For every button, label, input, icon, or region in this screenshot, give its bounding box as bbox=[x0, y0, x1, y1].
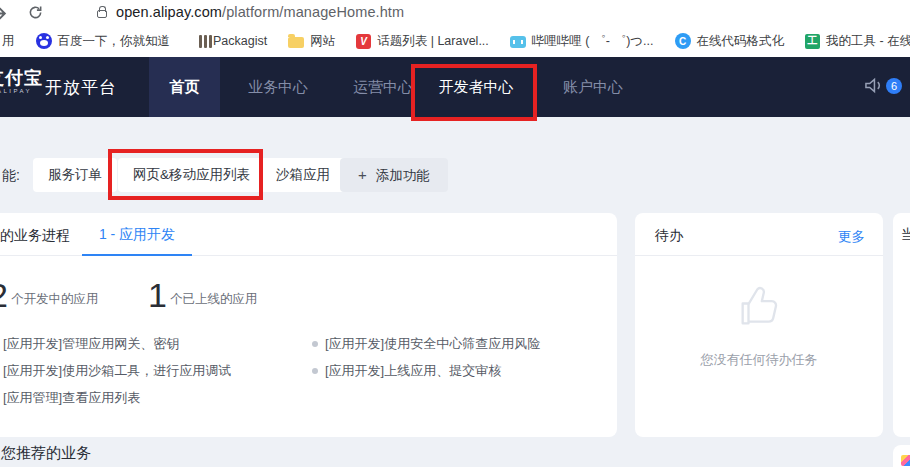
url-domain: open.alipay.com bbox=[116, 4, 222, 20]
todo-title: 待办 bbox=[655, 227, 683, 245]
stat-online-number: 1 bbox=[148, 277, 167, 313]
task-item: [应用开发]管理应用网关、密钥 bbox=[3, 335, 179, 353]
bookmark-packagist[interactable]: Packagist bbox=[191, 33, 267, 49]
stat-developing-label: 个开发中的应用 bbox=[11, 291, 99, 308]
right-card-title-fragment: 当 bbox=[901, 226, 910, 244]
nav-item-operation-center[interactable]: 运营中心 bbox=[333, 57, 433, 117]
announcement-speaker-icon[interactable] bbox=[864, 77, 883, 98]
screen: open.alipay.com/platform/manageHome.htm … bbox=[0, 0, 910, 467]
add-function-button[interactable]: +添加功能 bbox=[340, 158, 448, 192]
top-navbar: 支付宝 ALIPAY 开放平台 首页 业务中心 运营中心 开发者中心 账户中心 … bbox=[0, 57, 910, 117]
business-progress-card: 的业务进程 1 - 应用开发 2 个开发中的应用 1 个已上线的应用 [应用开发… bbox=[0, 213, 617, 437]
reload-icon[interactable] bbox=[28, 5, 43, 24]
quickbar-label-fragment: 能: bbox=[2, 167, 20, 185]
browser-chrome: open.alipay.com/platform/manageHome.htm … bbox=[0, 0, 910, 57]
task-item: [应用开发]上线应用、提交审核 bbox=[312, 362, 501, 380]
bookmark-website-folder[interactable]: 网站 bbox=[288, 33, 335, 50]
packagist-icon bbox=[191, 33, 207, 49]
address-bar[interactable]: open.alipay.com/platform/manageHome.htm bbox=[0, 0, 910, 27]
task-item: [应用开发]使用安全中心筛查应用风险 bbox=[312, 335, 540, 353]
bullet-dot-icon bbox=[312, 341, 318, 347]
lock-icon[interactable] bbox=[97, 10, 107, 18]
alipay-logo-cn: 支付宝 bbox=[0, 68, 43, 88]
todo-card-header: 待办 更多 bbox=[635, 213, 883, 256]
stat-online-label: 个已上线的应用 bbox=[170, 291, 258, 308]
bookmark-laravel-topics[interactable]: V话题列表 | Laravel... bbox=[356, 33, 489, 50]
bookmark-my-tools[interactable]: 工我的工具 - 在线工具 bbox=[805, 33, 910, 50]
bullet-dot-icon bbox=[312, 368, 318, 374]
bookmark-baidu[interactable]: 百度一下，你就知道 bbox=[36, 33, 171, 50]
bookmark-partial[interactable]: 用 bbox=[2, 33, 15, 50]
code-format-icon: C bbox=[675, 33, 691, 49]
alipay-logo-en: ALIPAY bbox=[0, 88, 43, 95]
learnku-icon: V bbox=[356, 34, 371, 49]
right-card-fragment: 当 bbox=[893, 213, 910, 437]
bookmark-bilibili[interactable]: 哔哩哔哩 ( ゜- ゜)つ... bbox=[510, 33, 654, 50]
nav-item-account-center[interactable]: 账户中心 bbox=[543, 57, 643, 117]
bookmark-code-format[interactable]: C在线代码格式化 bbox=[675, 33, 785, 50]
plus-icon: + bbox=[358, 166, 367, 183]
todo-empty-text: 您没有任何待办任务 bbox=[635, 351, 883, 369]
progress-card-title-fragment: 的业务进程 bbox=[0, 227, 70, 245]
stat-developing-number: 2 bbox=[0, 277, 8, 313]
todo-card: 待办 更多 您没有任何待办任务 bbox=[635, 213, 883, 437]
tools-icon: 工 bbox=[805, 34, 820, 49]
task-item: [应用开发]使用沙箱工具，进行应用调试 bbox=[3, 362, 231, 380]
task-item: [应用管理]查看应用列表 bbox=[3, 389, 140, 407]
recommended-business-title: 您推荐的业务 bbox=[1, 444, 91, 463]
folder-icon bbox=[288, 33, 304, 49]
stat-online-apps: 1 个已上线的应用 bbox=[148, 277, 257, 313]
bookmarks-bar: 用 百度一下，你就知道 Packagist 网站 V话题列表 | Laravel… bbox=[2, 27, 910, 55]
add-function-label: 添加功能 bbox=[376, 168, 430, 183]
sandbox-app-button[interactable]: 沙箱应用 bbox=[261, 158, 345, 192]
todo-more-link[interactable]: 更多 bbox=[838, 228, 865, 246]
forward-arrow-icon[interactable] bbox=[0, 5, 8, 26]
tab-app-development[interactable]: 1 - 应用开发 bbox=[82, 213, 192, 256]
progress-card-header: 的业务进程 1 - 应用开发 bbox=[0, 213, 617, 256]
colorful-icon-fragment bbox=[901, 455, 910, 466]
notification-badge[interactable]: 6 bbox=[886, 78, 902, 94]
stat-developing-apps: 2 个开发中的应用 bbox=[0, 277, 98, 313]
nav-item-home[interactable]: 首页 bbox=[149, 57, 220, 117]
bilibili-icon bbox=[510, 33, 526, 49]
baidu-icon bbox=[36, 33, 52, 49]
url-path: /platform/manageHome.htm bbox=[222, 4, 404, 20]
url-text[interactable]: open.alipay.com/platform/manageHome.htm bbox=[116, 4, 404, 20]
web-mobile-app-list-button[interactable]: 网页&移动应用列表 bbox=[118, 158, 265, 192]
thumbs-up-icon bbox=[731, 279, 787, 339]
service-orders-button[interactable]: 服务订单 bbox=[33, 158, 117, 192]
nav-item-business-center[interactable]: 业务中心 bbox=[226, 57, 330, 117]
bottom-right-card-fragment bbox=[893, 445, 910, 467]
nav-item-developer-center[interactable]: 开发者中心 bbox=[424, 57, 528, 117]
alipay-logo[interactable]: 支付宝 ALIPAY bbox=[0, 68, 43, 95]
brand-title: 开放平台 bbox=[45, 76, 117, 99]
